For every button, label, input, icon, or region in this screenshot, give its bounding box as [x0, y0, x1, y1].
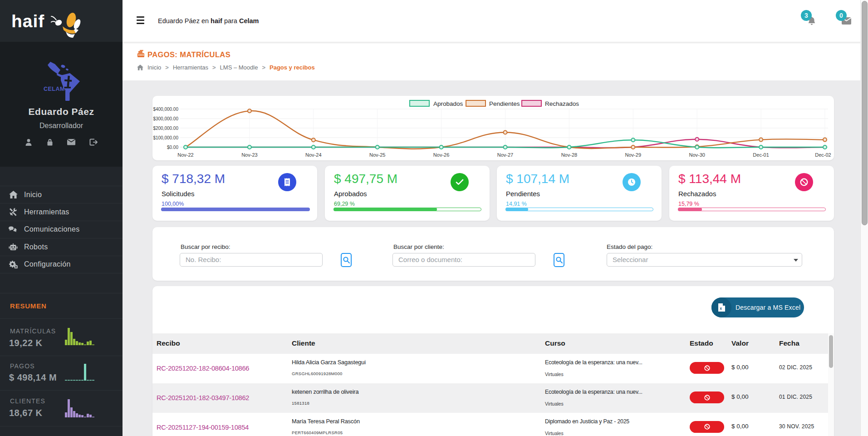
svg-text:Nov-28: Nov-28 — [561, 152, 577, 158]
svg-text:x: x — [720, 306, 722, 311]
svg-text:$0.00: $0.00 — [167, 145, 178, 150]
svg-text:Dec-01: Dec-01 — [753, 152, 769, 158]
svg-text:Nov-22: Nov-22 — [177, 152, 193, 158]
svg-text:$100,000.00: $100,000.00 — [153, 135, 178, 140]
svg-text:CELAM: CELAM — [44, 86, 65, 92]
svg-text:Nov-27: Nov-27 — [497, 152, 513, 158]
svg-text:Nov-25: Nov-25 — [369, 152, 385, 158]
svg-text:Nov-30: Nov-30 — [689, 152, 705, 158]
svg-text:Nov-26: Nov-26 — [433, 152, 449, 158]
svg-text:Dec-02: Dec-02 — [815, 152, 831, 158]
svg-text:$200,000.00: $200,000.00 — [153, 126, 178, 131]
svg-text:Aprobados: Aprobados — [433, 100, 463, 107]
svg-text:Rechazados: Rechazados — [545, 100, 579, 107]
svg-text:$400,000.00: $400,000.00 — [153, 107, 178, 112]
svg-text:$300,000.00: $300,000.00 — [153, 116, 178, 121]
svg-text:Nov-24: Nov-24 — [305, 152, 321, 158]
svg-text:Pendientes: Pendientes — [489, 100, 520, 107]
svg-text:Nov-23: Nov-23 — [241, 152, 257, 158]
svg-text:Nov-29: Nov-29 — [625, 152, 641, 158]
